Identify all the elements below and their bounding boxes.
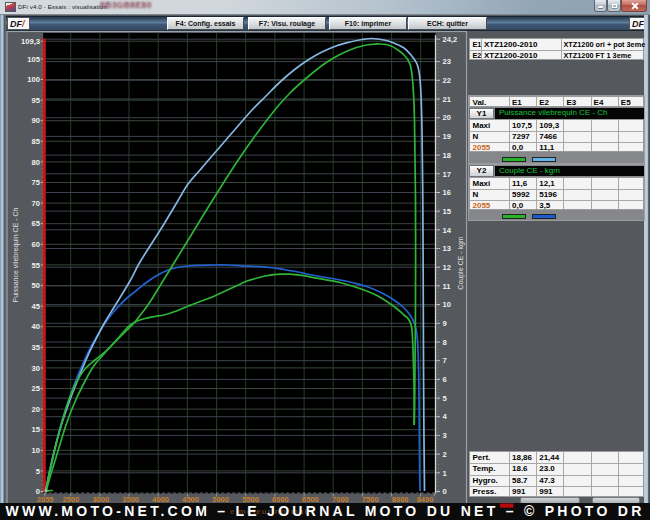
svg-text:90: 90 xyxy=(32,116,40,125)
svg-text:10: 10 xyxy=(443,300,451,309)
svg-text:15: 15 xyxy=(443,207,452,216)
svg-text:25: 25 xyxy=(32,384,41,393)
svg-text:18: 18 xyxy=(443,151,451,160)
svg-text:14: 14 xyxy=(443,226,452,235)
svg-text:85: 85 xyxy=(32,137,41,146)
svg-text:10: 10 xyxy=(32,446,40,455)
svg-text:15: 15 xyxy=(32,425,41,434)
svg-text:35: 35 xyxy=(32,343,41,352)
svg-text:6: 6 xyxy=(443,375,447,384)
svg-text:60: 60 xyxy=(32,240,40,249)
svg-text:23: 23 xyxy=(443,57,451,66)
svg-text:100: 100 xyxy=(27,75,40,84)
svg-text:13: 13 xyxy=(443,244,451,253)
svg-text:55: 55 xyxy=(32,261,41,270)
svg-text:DF: DF xyxy=(632,19,644,29)
svg-text:3: 3 xyxy=(443,431,447,440)
svg-text:20: 20 xyxy=(443,113,451,122)
svg-text:109,3: 109,3 xyxy=(21,37,40,46)
svg-text:105: 105 xyxy=(27,55,40,64)
svg-text:12: 12 xyxy=(443,263,451,272)
svg-text:50: 50 xyxy=(32,281,40,290)
svg-text:19: 19 xyxy=(443,132,451,141)
svg-text:70: 70 xyxy=(32,199,40,208)
svg-text:24,2: 24,2 xyxy=(443,35,458,44)
svg-text:9: 9 xyxy=(443,319,447,328)
svg-text:16: 16 xyxy=(443,188,451,197)
svg-text:DF/: DF/ xyxy=(10,19,26,29)
svg-text:Puissance vilebrequin CE - Ch: Puissance vilebrequin CE - Ch xyxy=(12,207,20,302)
svg-text:30: 30 xyxy=(32,364,40,373)
svg-text:80: 80 xyxy=(32,158,40,167)
svg-text:21: 21 xyxy=(443,95,452,104)
svg-text:75: 75 xyxy=(32,178,41,187)
svg-text:22: 22 xyxy=(443,76,451,85)
svg-text:20: 20 xyxy=(32,405,40,414)
svg-text:0: 0 xyxy=(443,487,447,496)
svg-text:Couple CE - kgm: Couple CE - kgm xyxy=(457,236,465,289)
svg-text:95: 95 xyxy=(32,96,41,105)
svg-text:2: 2 xyxy=(443,450,447,459)
svg-text:65: 65 xyxy=(32,219,41,228)
svg-text:7: 7 xyxy=(443,356,447,365)
svg-text:40: 40 xyxy=(32,322,40,331)
svg-text:17: 17 xyxy=(443,170,451,179)
svg-text:45: 45 xyxy=(32,302,41,311)
svg-text:11: 11 xyxy=(443,282,452,291)
svg-text:8: 8 xyxy=(443,338,447,347)
